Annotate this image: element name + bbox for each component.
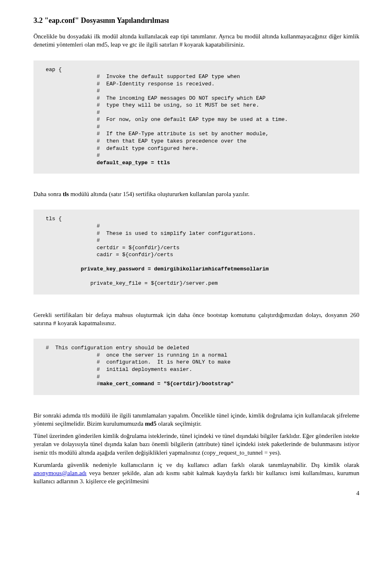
code-line: # once the server is running in a normal bbox=[46, 352, 227, 358]
text-span: Daha sonra bbox=[33, 191, 63, 197]
code-line: # type they will be using, so it MUST be… bbox=[46, 102, 259, 108]
code-line: # bbox=[46, 237, 100, 243]
code-line: # bbox=[46, 124, 100, 130]
code-line: # bbox=[46, 152, 100, 159]
page-number: 4 bbox=[33, 490, 359, 497]
section-heading: 3.2 "eap.conf" Dosyasının Yapılandırılma… bbox=[33, 16, 359, 25]
code-block-tls: tls { # # These is used to simplify late… bbox=[33, 210, 359, 294]
code-line-bold: default_eap_type = ttls bbox=[97, 160, 170, 166]
code-line: # default type configured here. bbox=[46, 145, 198, 152]
code-line: # This configuration entry should be del… bbox=[46, 345, 189, 351]
email-link[interactable]: anonymous@alan.adı bbox=[33, 470, 87, 476]
code-line: # then that EAP type takes precedence ov… bbox=[46, 138, 246, 144]
paragraph-ttls: Bir sonraki adımda ttls modülü ile ilgil… bbox=[33, 411, 359, 428]
paragraph-anonymous: Kurumlarda güvenlik nedeniyle kullanıcıl… bbox=[33, 461, 359, 486]
code-line: private_key_file = ${certdir}/server.pem bbox=[46, 280, 218, 286]
code-line: # If the EAP-Type attribute is set by an… bbox=[46, 131, 269, 137]
paragraph-intro: Öncelikle bu dosyadaki ilk modül altında… bbox=[33, 32, 359, 49]
code-line-bold: make_cert_command = "${certdir}/bootstra… bbox=[100, 381, 234, 387]
text-span: modülü altında (satır 154) sertifika olu… bbox=[69, 191, 249, 197]
text-span: Kurumlarda güvenlik nedeniyle kullanıcıl… bbox=[33, 462, 359, 468]
paragraph-tunnel: Tünel üzerinden gönderilen kimlik doğrul… bbox=[33, 432, 359, 457]
code-line: # bbox=[46, 109, 100, 116]
code-line bbox=[46, 160, 97, 166]
paragraph-tls: Daha sonra tls modülü altında (satır 154… bbox=[33, 190, 359, 198]
code-block-makecert: # This configuration entry should be del… bbox=[33, 339, 359, 395]
code-line: # initial deployments easier. bbox=[46, 366, 192, 373]
code-line: cadir = ${confdir}/certs bbox=[46, 252, 173, 258]
code-line: tls { bbox=[46, 216, 62, 222]
code-line: # For now, only one default EAP type may… bbox=[46, 116, 288, 123]
code-line: # The incoming EAP messages DO NOT speci… bbox=[46, 95, 265, 101]
text-span: olarak seçilmiştir. bbox=[156, 420, 201, 427]
code-line bbox=[46, 266, 81, 272]
code-line: # configuration. It is here ONLY to make bbox=[46, 359, 230, 365]
text-bold: md5 bbox=[145, 420, 156, 427]
code-line: # EAP-Identity response is received. bbox=[46, 81, 214, 87]
code-line: certdir = ${confdir}/certs bbox=[46, 245, 180, 251]
text-bold: tls bbox=[63, 191, 69, 197]
code-line: # bbox=[46, 88, 100, 94]
code-line: # bbox=[46, 374, 100, 380]
paragraph-cert: Gerekli sertifikaları bir defaya mahsus … bbox=[33, 311, 359, 328]
code-line: # bbox=[46, 381, 100, 387]
code-line: eap { bbox=[46, 67, 62, 73]
code-line: # These is used to simplify later config… bbox=[46, 230, 256, 237]
code-line-bold: private_key_password = demirgibikollarim… bbox=[81, 266, 269, 272]
code-line: # Invoke the default supported EAP type … bbox=[46, 74, 240, 80]
code-block-eap: eap { # Invoke the default supported EAP… bbox=[33, 60, 359, 174]
code-line: # bbox=[46, 223, 100, 229]
